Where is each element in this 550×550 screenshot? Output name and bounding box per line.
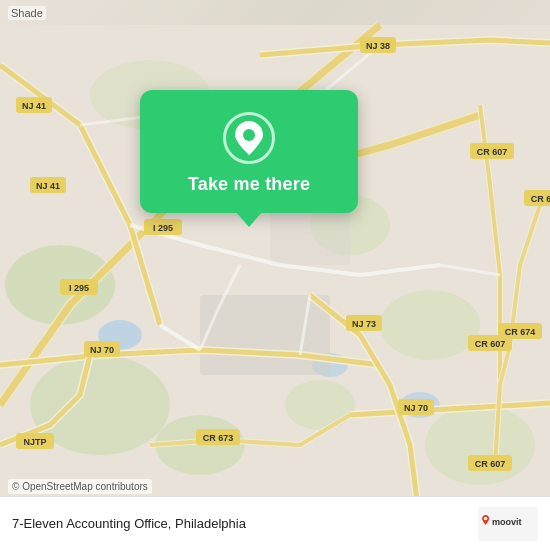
svg-point-4 bbox=[380, 290, 480, 360]
map-attribution: © OpenStreetMap contributors bbox=[8, 479, 152, 494]
svg-text:CR 607: CR 607 bbox=[477, 147, 508, 157]
map-roads-svg: NJ 41 NJ 41 NJ 38 I 295 I 295 I 295 CR 6… bbox=[0, 0, 550, 550]
location-pin-icon bbox=[223, 112, 275, 164]
moovit-logo[interactable]: moovit bbox=[478, 507, 538, 541]
svg-point-46 bbox=[243, 129, 255, 141]
take-me-there-button[interactable]: Take me there bbox=[188, 174, 310, 195]
svg-text:NJ 38: NJ 38 bbox=[366, 41, 390, 51]
svg-text:I 295: I 295 bbox=[69, 283, 89, 293]
svg-text:NJ 41: NJ 41 bbox=[22, 101, 46, 111]
svg-point-7 bbox=[425, 405, 535, 485]
tooltip-card[interactable]: Take me there bbox=[140, 90, 358, 213]
svg-text:CR 673: CR 673 bbox=[203, 433, 234, 443]
svg-text:I 295: I 295 bbox=[153, 223, 173, 233]
location-info: 7-Eleven Accounting Office, Philadelphia bbox=[12, 516, 478, 531]
location-name-text: 7-Eleven Accounting Office, Philadelphia bbox=[12, 516, 246, 531]
svg-point-47 bbox=[484, 516, 488, 520]
svg-text:NJTP: NJTP bbox=[23, 437, 46, 447]
map-container: NJ 41 NJ 41 NJ 38 I 295 I 295 I 295 CR 6… bbox=[0, 0, 550, 550]
svg-text:NJ 70: NJ 70 bbox=[90, 345, 114, 355]
svg-point-6 bbox=[285, 380, 355, 430]
shade-label: Shade bbox=[8, 6, 46, 20]
svg-text:NJ 41: NJ 41 bbox=[36, 181, 60, 191]
svg-text:CR 674: CR 674 bbox=[505, 327, 536, 337]
svg-text:moovit: moovit bbox=[492, 516, 522, 526]
svg-text:CR 674: CR 674 bbox=[531, 194, 550, 204]
svg-rect-13 bbox=[270, 205, 350, 265]
svg-text:NJ 70: NJ 70 bbox=[404, 403, 428, 413]
svg-text:NJ 73: NJ 73 bbox=[352, 319, 376, 329]
svg-text:CR 607: CR 607 bbox=[475, 339, 506, 349]
bottom-bar: 7-Eleven Accounting Office, Philadelphia… bbox=[0, 496, 550, 550]
svg-text:CR 607: CR 607 bbox=[475, 459, 506, 469]
